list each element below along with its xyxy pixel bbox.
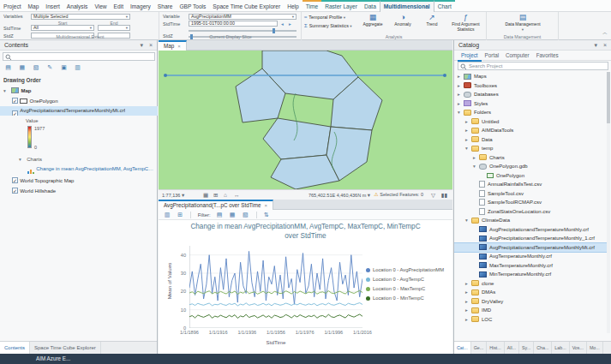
catalog-item-onepolygon[interactable]: OnePolygon [454,171,608,181]
catalog-item-maps[interactable]: ▸Maps [454,72,608,81]
list-by-drawing-order-icon[interactable]: ▤ [3,63,14,72]
catalog-item-avgprecipitationandtemperaturemonthly-crf[interactable]: AvgPrecipitationandTemperatureMonthly.cr… [454,225,608,235]
ribbon-tab-view[interactable]: View [91,0,110,12]
catalog-tab-portal[interactable]: Portal [482,51,502,62]
contents-search-input[interactable] [3,52,155,61]
filter-extent-icon[interactable]: ▧ [240,210,250,218]
bottom-tab-sy[interactable]: Sy... [519,342,534,355]
scrollbar-thumb[interactable] [607,72,610,123]
list-by-editing-icon[interactable]: ✎ [45,63,56,72]
ribbon-tab-space-time-cube-explorer[interactable]: Space Time Cube Explorer [209,0,284,12]
catalog-item-styles[interactable]: ▸Styles [454,99,608,109]
layer-item-topographic[interactable]: ✓ World Topographic Map [0,176,158,185]
tree-expand-icon[interactable]: ▸ [458,99,464,109]
map-extent-icon[interactable]: ↔ [234,190,240,200]
legend-item-location-0-maxtempc[interactable]: Location 0 - MaxTempC [366,284,444,294]
ribbon-tab-map[interactable]: Map [25,0,43,12]
catalog-item-zonalstatsonelocation-csv[interactable]: ZonalStatsOneLocation.csv [454,207,608,217]
tree-expand-icon[interactable]: ▸ [465,306,471,315]
close-icon[interactable]: × [603,42,607,48]
tree-expand-icon[interactable]: ▸ [465,315,471,325]
ribbon-collapse-icon[interactable]: ︿ [602,29,608,37]
catalog-item-mintemperaturemonthly-crf[interactable]: MinTemperatureMonthly.crf [454,270,608,279]
ribbon-tab-chart[interactable]: Chart [434,0,455,12]
stdtime-slider-thumb[interactable] [273,28,275,33]
trend-button[interactable]: ↗Trend [418,13,446,35]
bottom-tab-hist[interactable]: Hist... [487,342,505,355]
selected-features-status[interactable]: ⚠ Selected Features: 0 [374,190,423,200]
close-icon[interactable]: × [149,42,153,48]
bottom-tab-vos[interactable]: Vos... [570,342,587,355]
profile-line-vertex[interactable] [164,74,167,77]
close-icon[interactable]: × [177,44,181,49]
layer-checkbox[interactable]: ✓ [12,110,18,116]
catalog-item-temp[interactable]: ▾temp [454,144,608,153]
bottom-tab-all[interactable]: All... [505,342,519,355]
tree-expand-icon[interactable]: ▸ [465,297,471,307]
list-by-data-source-icon[interactable]: ▦ [16,63,27,72]
bottom-tab-contents[interactable]: Contents [0,342,30,355]
stdtime-slider[interactable] [189,30,297,32]
ribbon-tab-raster-layer[interactable]: Raster Layer [321,0,361,12]
temporal-profile-button[interactable]: ≈Temporal Profile ▾ [304,14,345,21]
ribbon-tab-time[interactable]: Time [303,0,321,12]
catalog-item-toolboxes[interactable]: ▸Toolboxes [454,81,608,91]
catalog-item-loc[interactable]: ▸LOC [454,315,608,325]
catalog-item-charts[interactable]: ▸Charts [454,153,608,163]
layer-item-map[interactable]: ▾ Map [0,86,158,95]
chart-series-location-0-avgtempc[interactable] [189,303,362,306]
chart-series-location-0-maxtempc[interactable] [189,290,362,294]
chart-series-location-0-mintempc[interactable] [189,314,362,319]
chart-item[interactable]: Change in mean AvgPrecipitationMM, AvgTe… [0,164,158,174]
tree-expand-icon[interactable]: ▸ [465,279,471,289]
chart-plot-area[interactable] [189,246,362,328]
legend-item-location-0-mintempc[interactable]: Location 0 - MinTempC [366,294,444,303]
list-by-snapping-icon[interactable]: ▣ [58,63,69,72]
slice-stdtime-field[interactable]: 1995-01-01T00:00:00 [189,21,278,27]
close-icon[interactable]: × [264,203,267,208]
catalog-item-dryvalley[interactable]: ▸DryValley [454,297,608,307]
catalog-item-avgprecipitationandtemperaturemonthly-1-crf[interactable]: AvgPrecipitationandTemperatureMonthly_1.… [454,234,608,243]
bottom-tab-cha[interactable]: Cha... [534,342,552,355]
catalog-search[interactable]: Search Project [458,62,608,70]
slice-prev-icon[interactable]: ◂ [281,21,284,27]
stdtime-end-dropdown[interactable]: ▾ [98,25,130,31]
chart-properties-icon[interactable]: ▥ [162,210,172,218]
map-home-icon[interactable]: ⌂ [224,190,227,200]
bottom-tab-lab[interactable]: Lab... [552,342,569,355]
variables-dropdown[interactable]: Multiple Selected▾ [31,14,130,20]
layer-checkbox[interactable]: ✓ [12,188,18,194]
pause-drawing-icon[interactable]: ▮▮ [441,190,447,200]
tree-expand-icon[interactable]: ▸ [465,117,471,127]
profile-line-vertex[interactable] [443,74,446,77]
catalog-item-clone[interactable]: ▸clone [454,279,608,289]
tree-collapse-icon[interactable]: ▾ [19,155,25,164]
anomaly-button[interactable]: ◑Anomaly [388,13,417,35]
list-by-labeling-icon[interactable]: ▥ [72,63,83,72]
chart-refresh-icon[interactable]: ⇅ [261,210,272,218]
tree-expand-icon[interactable]: ▸ [458,72,464,81]
ribbon-tab-project[interactable]: Project [0,0,25,12]
pane-menu-icon[interactable]: ▾ [594,42,597,49]
catalog-item-aimdatatools[interactable]: ▸AIMDataTools [454,126,608,135]
catalog-item-sampletoolrcmap-csv[interactable]: SampleToolRCMAP.csv [454,198,608,207]
stdtime-start-dropdown[interactable]: All▾ [31,25,94,31]
chart-export-icon[interactable]: ⊞ [175,210,185,218]
aggregate-button[interactable]: ▦Aggregate [358,13,387,35]
filter-selection-icon[interactable]: ▤ [214,210,225,218]
tree-expand-icon[interactable]: ▸ [465,135,471,145]
list-by-selection-icon[interactable]: ▧ [30,63,41,72]
catalog-item-climatedata[interactable]: ▾ClimateData [454,216,608,225]
catalog-item-sampletool-csv[interactable]: SampleTool.csv [454,189,608,199]
ribbon-tab-multidimensional[interactable]: Multidimensional [380,0,434,12]
chart-series-location-0-avgprecipitationmm[interactable] [189,251,362,304]
catalog-item-imd[interactable]: ▸IMD [454,306,608,315]
ribbon-tab-insert[interactable]: Insert [42,0,63,12]
tree-expand-icon[interactable]: ▸ [465,288,471,297]
chart-view-tab[interactable]: AvgPrecipitationand(T...pC over StdTime× [159,200,273,210]
catalog-scrollbar[interactable] [607,72,610,333]
slice-next-icon[interactable]: ▸ [289,21,291,27]
layer-checkbox[interactable]: ✓ [12,98,18,104]
polygon-swatch[interactable] [20,98,27,104]
catalog-tab-project[interactable]: Project [458,51,482,62]
